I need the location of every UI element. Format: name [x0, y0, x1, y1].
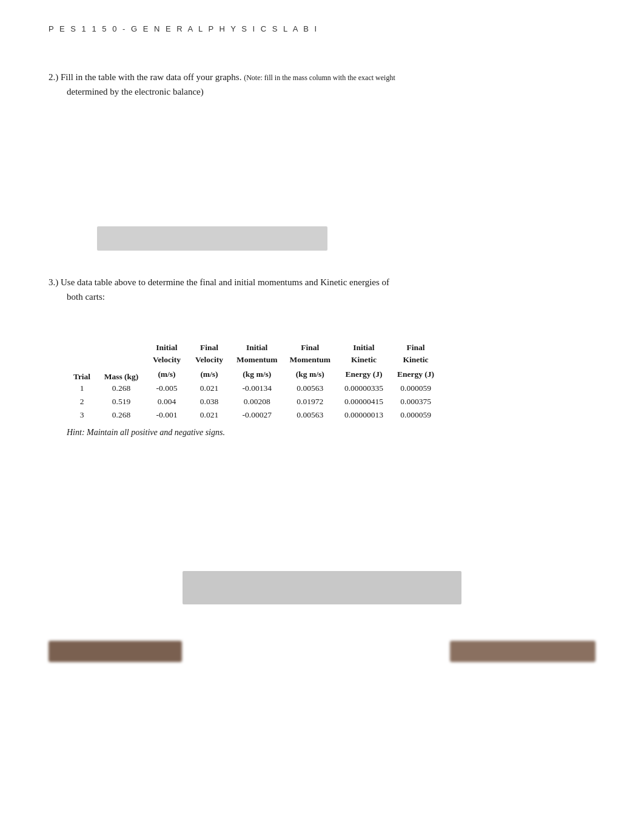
- graph-placeholder-1: [97, 226, 327, 251]
- col-header-unit-vel-1: (m/s): [146, 367, 188, 382]
- table-spacer: [49, 310, 595, 328]
- cell-trial-2: 2: [67, 395, 97, 408]
- section-3-continuation: both carts:: [67, 289, 595, 304]
- cell-ivel-3: -0.001: [146, 408, 188, 422]
- table-row: 1 0.268 -0.005 0.021 -0.00134 0.00563 0.…: [67, 382, 440, 395]
- section-2-note: (Note: fill in the mass column with the …: [244, 73, 395, 82]
- cell-ivel-2: 0.004: [146, 395, 188, 408]
- bottom-graph-placeholder: [183, 571, 461, 604]
- cell-imom-3: -0.00027: [230, 408, 284, 422]
- cell-mass-3: 0.268: [97, 408, 146, 422]
- col-header-trial: Trial: [67, 340, 97, 382]
- col-header-velocity-1: Velocity: [146, 353, 188, 367]
- page-header: P E S 1 1 5 0 - G E N E R A L P H Y S I …: [49, 24, 595, 33]
- cell-trial-1: 1: [67, 382, 97, 395]
- col-header-momentum-2: Momentum: [284, 353, 337, 367]
- col-header-kinetic-1: Kinetic: [337, 353, 391, 367]
- table-row: 2 0.519 0.004 0.038 0.00208 0.01972 0.00…: [67, 395, 440, 408]
- cell-fvel-2: 0.038: [188, 395, 230, 408]
- section-3: 3.) Use data table above to determine th…: [49, 275, 595, 438]
- col-header-final-vel: Final: [188, 340, 230, 353]
- cell-imom-2: 0.00208: [230, 395, 284, 408]
- col-header-final-mom: Final: [284, 340, 337, 353]
- col-header-unit-mom-1: (kg m/s): [230, 367, 284, 382]
- section-2: 2.) Fill in the table with the raw data …: [49, 70, 595, 251]
- cell-imom-1: -0.00134: [230, 382, 284, 395]
- col-header-unit-ke-2: Energy (J): [391, 367, 440, 382]
- col-header-unit-vel-2: (m/s): [188, 367, 230, 382]
- cell-fmom-2: 0.01972: [284, 395, 337, 408]
- col-header-kinetic-2: Kinetic: [391, 353, 440, 367]
- section-2-number: 2.): [49, 72, 58, 82]
- cell-fmom-3: 0.00563: [284, 408, 337, 422]
- col-header-initial-vel: Initial: [146, 340, 188, 353]
- cell-mass-2: 0.519: [97, 395, 146, 408]
- section-3-number: 3.): [49, 277, 58, 287]
- col-header-mass: Mass (kg): [97, 340, 146, 382]
- section-2-instruction: 2.) Fill in the table with the raw data …: [49, 70, 595, 99]
- cell-ike-3: 0.00000013: [337, 408, 391, 422]
- col-header-unit-ke-1: Energy (J): [337, 367, 391, 382]
- header-title: P E S 1 1 5 0 - G E N E R A L P H Y S I …: [49, 24, 318, 33]
- cell-fvel-1: 0.021: [188, 382, 230, 395]
- data-table: Trial Mass (kg) Initial Final Initial Fi…: [67, 340, 440, 422]
- section-2-note-cont: determined by the electronic balance): [67, 84, 595, 99]
- col-header-final-ke: Final: [391, 340, 440, 353]
- section-3-main-text: Use data table above to determine the fi…: [61, 277, 389, 287]
- bottom-images-row: [49, 641, 595, 662]
- table-row: 3 0.268 -0.001 0.021 -0.00027 0.00563 0.…: [67, 408, 440, 422]
- col-header-velocity-2: Velocity: [188, 353, 230, 367]
- bottom-image-left: [49, 641, 182, 662]
- col-header-initial-mom: Initial: [230, 340, 284, 353]
- cell-ike-2: 0.00000415: [337, 395, 391, 408]
- col-header-initial-ke: Initial: [337, 340, 391, 353]
- hint-text: Hint: Maintain all positive and negative…: [67, 428, 595, 438]
- bottom-graph-area: [49, 559, 595, 617]
- col-header-momentum-1: Momentum: [230, 353, 284, 367]
- cell-fmom-1: 0.00563: [284, 382, 337, 395]
- col-header-unit-mom-2: (kg m/s): [284, 367, 337, 382]
- section-3-instruction: 3.) Use data table above to determine th…: [49, 275, 595, 304]
- cell-ivel-1: -0.005: [146, 382, 188, 395]
- bottom-area: [49, 559, 595, 662]
- cell-mass-1: 0.268: [97, 382, 146, 395]
- cell-fke-3: 0.000059: [391, 408, 440, 422]
- cell-fke-2: 0.000375: [391, 395, 440, 408]
- bottom-image-right: [450, 641, 595, 662]
- graph-area-1: [49, 105, 595, 214]
- cell-fke-1: 0.000059: [391, 382, 440, 395]
- section-2-main-text: Fill in the table with the raw data off …: [61, 72, 241, 82]
- cell-fvel-3: 0.021: [188, 408, 230, 422]
- cell-ike-1: 0.00000335: [337, 382, 391, 395]
- cell-trial-3: 3: [67, 408, 97, 422]
